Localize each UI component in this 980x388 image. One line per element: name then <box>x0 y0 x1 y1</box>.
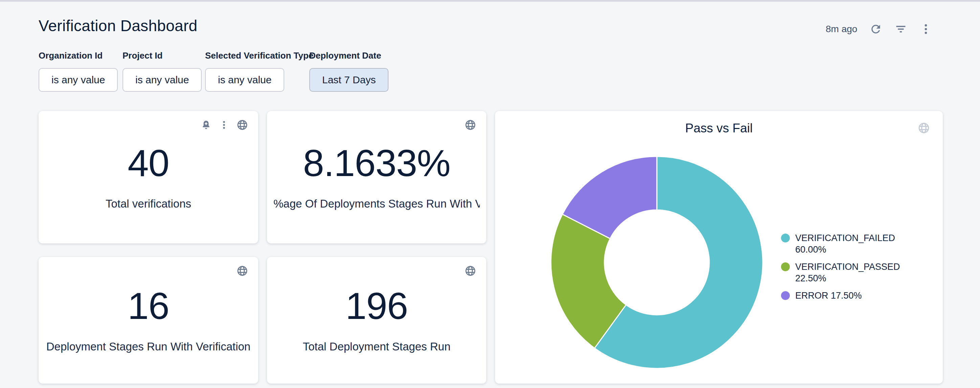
tile-stages-run-with-verification: 16 Deployment Stages Run With Verificati… <box>38 257 258 383</box>
filter-label: Selected Verification Type <box>205 50 313 61</box>
explore-globe-button[interactable] <box>465 119 476 131</box>
globe-icon <box>237 119 248 131</box>
dashboard-actions: 8m ago <box>826 21 932 38</box>
kebab-menu-icon <box>920 23 932 35</box>
kpi-label: Total verifications <box>106 197 191 211</box>
filter-lines-icon <box>894 23 907 35</box>
filter-project-id: Project Id is any value <box>123 50 202 92</box>
filter-selected-verification-type: Selected Verification Type is any value <box>205 50 313 92</box>
kpi-value: 196 <box>345 287 408 325</box>
filter-label: Project Id <box>123 50 202 61</box>
filter-label: Deployment Date <box>309 50 388 61</box>
kpi-stat: 8.1633% %age Of Deployments Stages Run W… <box>267 111 486 243</box>
tile-actions <box>465 119 476 131</box>
kpi-value: 16 <box>127 287 169 325</box>
legend-label: VERIFICATION_PASSED 22.50% <box>795 261 896 284</box>
kebab-menu-icon <box>219 120 229 130</box>
legend-swatch-green <box>781 262 790 271</box>
globe-icon <box>465 265 476 276</box>
legend-label: ERROR 17.50% <box>795 290 896 301</box>
tile-total-verifications: 40 Total verifications <box>38 111 258 243</box>
tile-pass-vs-fail-chart: Pass vs Fail VERIFICATION_FAILED 60.00% … <box>495 111 943 383</box>
tile-pct-stages-with-verification: 8.1633% %age Of Deployments Stages Run W… <box>267 111 486 243</box>
verification-dashboard-page: Verification Dashboard 8m ago <box>0 0 980 388</box>
filters-toggle-button[interactable] <box>894 23 907 35</box>
bell-plus-icon <box>200 120 212 130</box>
donut-chart-svg <box>550 156 764 369</box>
filter-value-button[interactable]: Last 7 Days <box>309 68 388 92</box>
dashboard-menu-button[interactable] <box>920 23 932 35</box>
filter-value-button[interactable]: is any value <box>205 68 284 92</box>
kpi-label: %age Of Deployments Stages Run With V… <box>274 197 480 211</box>
tile-actions <box>200 119 248 131</box>
globe-icon <box>918 122 930 134</box>
refresh-icon <box>869 23 882 35</box>
kpi-stat: 196 Total Deployment Stages Run <box>267 257 486 383</box>
filter-label: Organization Id <box>38 50 118 61</box>
filter-value-button[interactable]: is any value <box>123 68 202 92</box>
explore-globe-button[interactable] <box>237 119 248 131</box>
kpi-label: Deployment Stages Run With Verification <box>46 340 250 353</box>
legend-swatch-purple <box>781 291 790 300</box>
filter-deployment-date: Deployment Date Last 7 Days <box>309 50 388 92</box>
legend-swatch-teal <box>781 234 790 243</box>
filter-organization-id: Organization Id is any value <box>38 50 118 92</box>
kpi-stat: 40 Total verifications <box>38 111 258 243</box>
legend-label: VERIFICATION_FAILED 60.00% <box>795 232 896 255</box>
kpi-value: 40 <box>127 144 169 182</box>
kpi-value: 8.1633% <box>303 144 450 182</box>
tile-actions <box>465 265 476 276</box>
refresh-button[interactable] <box>869 23 882 35</box>
globe-icon <box>237 265 248 276</box>
chart-title: Pass vs Fail <box>495 121 943 136</box>
legend-item-verification-passed[interactable]: VERIFICATION_PASSED 22.50% <box>781 261 896 284</box>
explore-globe-button[interactable] <box>465 265 476 276</box>
tile-menu-button[interactable] <box>219 120 229 130</box>
donut-chart[interactable] <box>550 156 764 369</box>
tile-actions <box>237 265 248 276</box>
explore-globe-button[interactable] <box>237 265 248 276</box>
kpi-stat: 16 Deployment Stages Run With Verificati… <box>38 257 258 383</box>
kpi-label: Total Deployment Stages Run <box>303 340 451 353</box>
explore-globe-button[interactable] <box>918 122 930 134</box>
filter-value-button[interactable]: is any value <box>38 68 118 92</box>
globe-icon <box>465 119 476 131</box>
chart-legend: VERIFICATION_FAILED 60.00% VERIFICATION_… <box>781 232 896 301</box>
last-refresh-time: 8m ago <box>826 24 857 35</box>
page-title: Verification Dashboard <box>38 17 197 35</box>
alert-bell-add-button[interactable] <box>200 120 212 130</box>
legend-item-error[interactable]: ERROR 17.50% <box>781 290 896 301</box>
tile-total-stages-run: 196 Total Deployment Stages Run <box>267 257 486 383</box>
legend-item-verification-failed[interactable]: VERIFICATION_FAILED 60.00% <box>781 232 896 255</box>
